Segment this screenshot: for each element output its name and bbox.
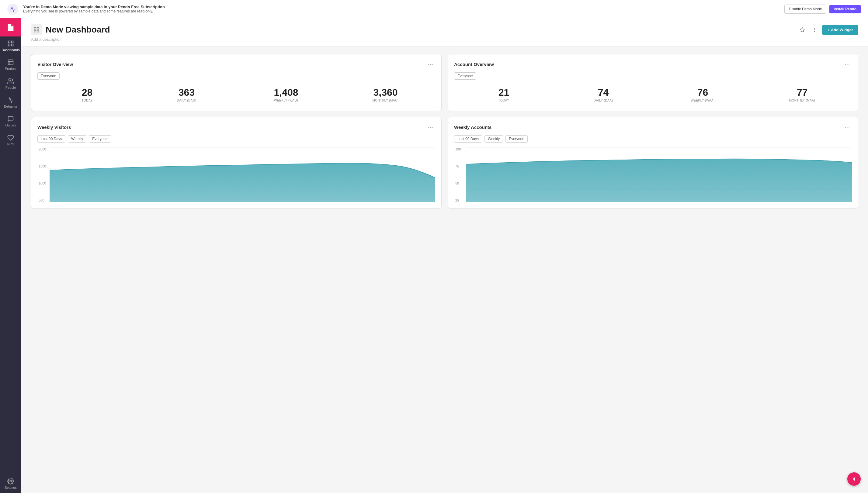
weekly-accounts-svg-wrapper bbox=[466, 147, 852, 202]
visitor-overview-filters: Everyone bbox=[37, 72, 435, 80]
weekly-visitors-filter-weekly[interactable]: Weekly bbox=[68, 135, 86, 143]
account-metric-daa: 74 DAILY (DAA) bbox=[554, 85, 653, 105]
weekly-accounts-widget: Weekly Accounts ··· Last 90 Days Weekly … bbox=[448, 117, 858, 209]
sidebar-item-product-label: Product bbox=[5, 67, 16, 70]
dashboard-title-actions: + Add Widget bbox=[798, 25, 858, 35]
sidebar-item-product[interactable]: Product bbox=[0, 55, 21, 74]
weekly-accounts-filter-weekly[interactable]: Weekly bbox=[484, 135, 503, 143]
y-label-2000: 2000 bbox=[39, 147, 48, 151]
sidebar-item-settings-label: Settings bbox=[4, 486, 17, 489]
y-label-50: 50 bbox=[455, 181, 465, 185]
visitor-overview-menu-button[interactable]: ··· bbox=[426, 61, 435, 68]
y-label-75: 75 bbox=[455, 165, 465, 168]
banner-text: You're in Demo Mode viewing sample data … bbox=[23, 4, 780, 13]
notification-count: 4 bbox=[853, 477, 855, 481]
sidebar-item-behavior[interactable]: Behavior bbox=[0, 93, 21, 112]
y-label-100: 100 bbox=[455, 147, 465, 151]
disable-demo-button[interactable]: Disable Demo Mode bbox=[784, 4, 827, 14]
weekly-visitors-svg-wrapper bbox=[49, 147, 435, 202]
demo-banner: You're in Demo Mode viewing sample data … bbox=[0, 0, 868, 18]
visitor-metric-wau-label: WEEKLY (WAU) bbox=[236, 99, 336, 102]
visitor-metric-mau-label: MONTHLY (MAU) bbox=[336, 99, 435, 102]
dashboard-title-row: New Dashboard + Add Widget bbox=[31, 24, 858, 35]
sidebar-item-behavior-label: Behavior bbox=[4, 105, 17, 108]
account-overview-widget: Account Overview ··· Everyone 21 TODAY 7… bbox=[448, 54, 858, 111]
notification-badge[interactable]: 4 bbox=[847, 472, 861, 486]
weekly-visitors-title: Weekly Visitors bbox=[37, 125, 71, 130]
visitor-metric-today-value: 28 bbox=[37, 87, 137, 98]
svg-rect-12 bbox=[37, 30, 39, 32]
sidebar-item-guides-label: Guides bbox=[5, 123, 16, 127]
account-metric-daa-value: 74 bbox=[554, 87, 653, 98]
sidebar: Dashboards Product People Behavior bbox=[0, 18, 21, 493]
dashboard-header: New Dashboard + Add Widget bbox=[21, 18, 868, 47]
sidebar-item-dashboards[interactable]: Dashboards bbox=[0, 37, 21, 55]
weekly-accounts-y-labels: 100 75 50 25 bbox=[454, 147, 466, 202]
svg-point-16 bbox=[814, 31, 815, 32]
account-overview-metrics: 21 TODAY 74 DAILY (DAA) 76 WEEKLY (WAA) … bbox=[454, 85, 852, 105]
y-label-1500: 1500 bbox=[39, 165, 48, 168]
visitor-metric-dau-label: DAILY (DAU) bbox=[137, 99, 236, 102]
add-widget-button[interactable]: + Add Widget bbox=[822, 25, 858, 35]
weekly-accounts-header: Weekly Accounts ··· bbox=[454, 123, 852, 131]
weekly-visitors-header: Weekly Visitors ··· bbox=[37, 123, 435, 131]
visitor-overview-filter-everyone[interactable]: Everyone bbox=[37, 72, 60, 80]
visitor-overview-metrics: 28 TODAY 363 DAILY (DAU) 1,408 WEEKLY (W… bbox=[37, 85, 435, 105]
weekly-visitors-menu-button[interactable]: ··· bbox=[426, 123, 435, 131]
account-overview-filters: Everyone bbox=[454, 72, 852, 80]
svg-rect-3 bbox=[11, 44, 13, 46]
weekly-accounts-title: Weekly Accounts bbox=[454, 125, 492, 130]
y-label-500: 500 bbox=[39, 198, 48, 202]
star-button[interactable] bbox=[798, 25, 807, 34]
sidebar-item-people-label: People bbox=[5, 86, 16, 89]
y-label-1000: 1000 bbox=[39, 181, 48, 185]
sidebar-item-guides[interactable]: Guides bbox=[0, 112, 21, 131]
weekly-visitors-filter-everyone[interactable]: Everyone bbox=[89, 135, 111, 143]
account-overview-menu-button[interactable]: ··· bbox=[843, 61, 852, 68]
weekly-accounts-filter-everyone[interactable]: Everyone bbox=[505, 135, 528, 143]
install-pendo-button[interactable]: Install Pendo bbox=[829, 5, 861, 13]
account-metric-today: 21 TODAY bbox=[454, 85, 554, 105]
visitor-metric-mau: 3,360 MONTHLY (MAU) bbox=[336, 85, 435, 105]
more-options-button[interactable] bbox=[810, 25, 819, 34]
visitor-metric-wau-value: 1,408 bbox=[236, 87, 336, 98]
account-metric-maa-label: MONTHLY (MAA) bbox=[752, 99, 852, 102]
visitor-metric-dau-value: 363 bbox=[137, 87, 236, 98]
banner-subtitle: Everything you see is powered by sample … bbox=[23, 9, 780, 13]
sidebar-item-settings[interactable]: Settings bbox=[0, 474, 21, 493]
account-metric-daa-label: DAILY (DAA) bbox=[554, 99, 653, 102]
svg-rect-1 bbox=[11, 41, 13, 43]
banner-title: You're in Demo Mode viewing sample data … bbox=[23, 4, 780, 9]
visitor-metric-dau: 363 DAILY (DAU) bbox=[137, 85, 236, 105]
svg-rect-9 bbox=[34, 28, 36, 29]
sidebar-item-nps[interactable]: NPS bbox=[0, 131, 21, 150]
sidebar-item-dashboards-label: Dashboards bbox=[1, 48, 19, 52]
weekly-visitors-widget: Weekly Visitors ··· Last 90 Days Weekly … bbox=[31, 117, 441, 209]
sidebar-item-people[interactable]: People bbox=[0, 74, 21, 93]
svg-rect-2 bbox=[8, 44, 10, 46]
dashboard-title: New Dashboard bbox=[46, 25, 110, 35]
account-metric-maa-value: 77 bbox=[752, 87, 852, 98]
account-overview-filter-everyone[interactable]: Everyone bbox=[454, 72, 476, 80]
visitor-overview-widget: Visitor Overview ··· Everyone 28 TODAY 3… bbox=[31, 54, 441, 111]
account-metric-waa-value: 76 bbox=[653, 87, 752, 98]
svg-point-14 bbox=[814, 28, 815, 28]
account-overview-header: Account Overview ··· bbox=[454, 61, 852, 68]
account-metric-today-value: 21 bbox=[454, 87, 554, 98]
account-metric-waa: 76 WEEKLY (WAA) bbox=[653, 85, 752, 105]
weekly-visitors-filter-days[interactable]: Last 90 Days bbox=[37, 135, 65, 143]
visitor-metric-today: 28 TODAY bbox=[37, 85, 137, 105]
weekly-accounts-filters: Last 90 Days Weekly Everyone bbox=[454, 135, 852, 143]
svg-rect-0 bbox=[8, 41, 10, 43]
banner-actions: Disable Demo Mode Install Pendo bbox=[784, 4, 861, 14]
account-overview-title: Account Overview bbox=[454, 62, 494, 67]
app-body: Dashboards Product People Behavior bbox=[0, 18, 868, 493]
svg-point-7 bbox=[9, 79, 11, 81]
dashboard-title-left: New Dashboard bbox=[31, 24, 110, 35]
svg-point-8 bbox=[10, 480, 12, 482]
visitor-metric-mau-value: 3,360 bbox=[336, 87, 435, 98]
visitor-metric-today-label: TODAY bbox=[37, 99, 137, 102]
weekly-accounts-filter-days[interactable]: Last 90 Days bbox=[454, 135, 482, 143]
weekly-accounts-menu-button[interactable]: ··· bbox=[843, 123, 852, 131]
weekly-visitors-filters: Last 90 Days Weekly Everyone bbox=[37, 135, 435, 143]
